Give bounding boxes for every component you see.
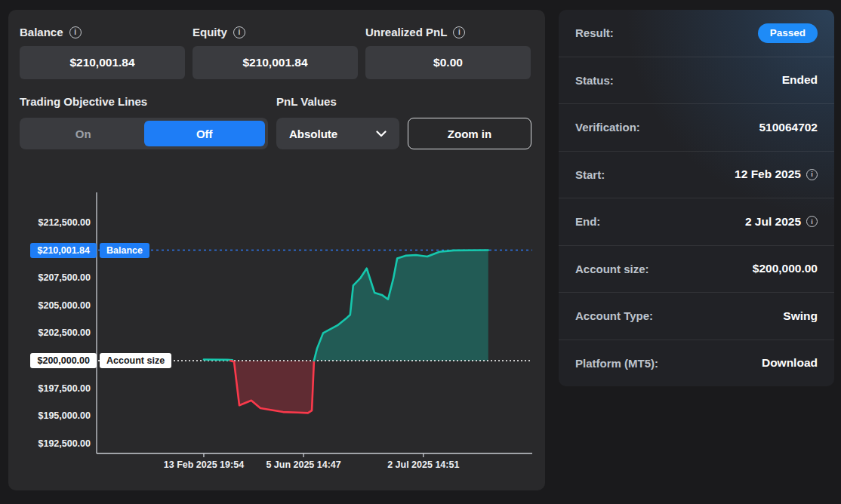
status-value: Ended	[782, 73, 818, 87]
balance-label: Balance	[20, 26, 63, 38]
info-row-account-size: Account size: $200,000.00	[559, 245, 834, 293]
equity-value: $210,001.84	[193, 46, 358, 79]
chevron-down-icon	[376, 131, 387, 137]
balance-price-chip: $210,001.84	[30, 243, 97, 258]
y-tick-label: $212,500.00	[38, 216, 91, 229]
info-row-end: End: 2 Jul 2025 i	[559, 198, 834, 245]
y-tick-label: $205,000.00	[38, 299, 91, 312]
zoom-spacer	[408, 95, 531, 109]
platform-label: Platform (MT5):	[575, 357, 658, 370]
zoom-in-button[interactable]: Zoom in	[408, 118, 531, 149]
zoom-group: Zoom in	[408, 95, 531, 149]
account-size-label: Account size:	[575, 263, 649, 275]
stat-unrealized-pnl: Unrealized PnL i $0.00	[365, 26, 531, 79]
stat-equity: Equity i $210,001.84	[193, 26, 358, 79]
platform-download-link[interactable]: Download	[762, 356, 818, 370]
start-value: 12 Feb 2025 i	[735, 167, 818, 181]
equity-label-row: Equity i	[193, 26, 358, 38]
controls-row: Trading Objective Lines On Off PnL Value…	[20, 95, 531, 149]
equity-label: Equity	[193, 26, 227, 38]
info-row-start: Start: 12 Feb 2025 i	[559, 151, 834, 198]
info-row-account-type: Account Type: Swing	[559, 292, 834, 340]
result-label: Result:	[575, 26, 614, 39]
balance-value: $210,001.84	[20, 46, 185, 79]
y-tick-label: $202,500.00	[38, 326, 91, 340]
y-tick-label: $192,500.00	[38, 437, 91, 450]
start-date: 12 Feb 2025	[735, 167, 801, 181]
pnl-values-group: PnL Values Absolute	[276, 95, 399, 149]
pnl-values-selected: Absolute	[289, 128, 337, 140]
loss-area-fill	[230, 361, 314, 413]
balance-tag-chip: Balance	[100, 243, 149, 258]
account-price-chip: $200,000.00	[30, 353, 97, 368]
start-label: Start:	[575, 168, 605, 181]
objective-lines-label: Trading Objective Lines	[20, 95, 268, 109]
objective-lines-group: Trading Objective Lines On Off	[20, 95, 268, 149]
gain-balance-line	[204, 360, 233, 361]
info-row-verification: Verification: 510064702	[559, 103, 834, 151]
y-tick-label: $197,500.00	[38, 382, 91, 395]
pnl-values-label: PnL Values	[276, 95, 399, 109]
unrealized-pnl-label: Unrealized PnL	[365, 26, 447, 38]
unrealized-pnl-label-row: Unrealized PnL i	[365, 26, 531, 38]
end-info-icon[interactable]: i	[806, 216, 818, 227]
objective-lines-toggle: On Off	[20, 118, 268, 149]
equity-info-icon[interactable]: i	[233, 26, 245, 38]
account-chart-card: Balance i $210,001.84 Equity i $210,001.…	[8, 10, 545, 490]
start-info-icon[interactable]: i	[806, 169, 818, 180]
stats-row: Balance i $210,001.84 Equity i $210,001.…	[20, 26, 531, 79]
toggle-on-button[interactable]: On	[23, 121, 144, 146]
balance-chart[interactable]: 13 Feb 2025 19:545 Jun 2025 14:472 Jul 2…	[8, 192, 545, 490]
result-status-badge: Passed	[758, 23, 818, 43]
account-size-value: $200,000.00	[753, 262, 818, 275]
info-row-platform: Platform (MT5): Download	[559, 340, 834, 387]
gain-area-fill	[314, 250, 488, 361]
toggle-off-button[interactable]: Off	[144, 121, 266, 146]
y-tick-label: $195,000.00	[38, 409, 91, 423]
y-tick-label: $207,500.00	[38, 271, 91, 284]
x-tick-label: 2 Jul 2025 14:51	[356, 459, 491, 470]
stat-balance: Balance i $210,001.84	[20, 26, 185, 79]
verification-value: 510064702	[759, 121, 818, 134]
info-row-status: Status: Ended	[559, 57, 834, 104]
pnl-values-dropdown[interactable]: Absolute	[276, 118, 399, 149]
unrealized-pnl-info-icon[interactable]: i	[453, 26, 465, 38]
verification-label: Verification:	[575, 121, 640, 134]
account-type-value: Swing	[783, 309, 818, 323]
end-value: 2 Jul 2025 i	[745, 215, 818, 229]
unrealized-pnl-value: $0.00	[365, 46, 531, 79]
end-date: 2 Jul 2025	[745, 215, 801, 229]
account-info-card: Result: Passed Status: Ended Verificatio…	[559, 10, 834, 386]
balance-info-icon[interactable]: i	[69, 26, 82, 38]
account-tag-chip: Account size	[100, 353, 171, 368]
account-type-label: Account Type:	[575, 309, 653, 322]
status-label: Status:	[575, 74, 614, 87]
x-tick-label: 5 Jun 2025 14:47	[236, 459, 371, 470]
info-row-result: Result: Passed	[559, 10, 834, 57]
end-label: End:	[575, 215, 600, 228]
balance-label-row: Balance i	[20, 26, 185, 38]
